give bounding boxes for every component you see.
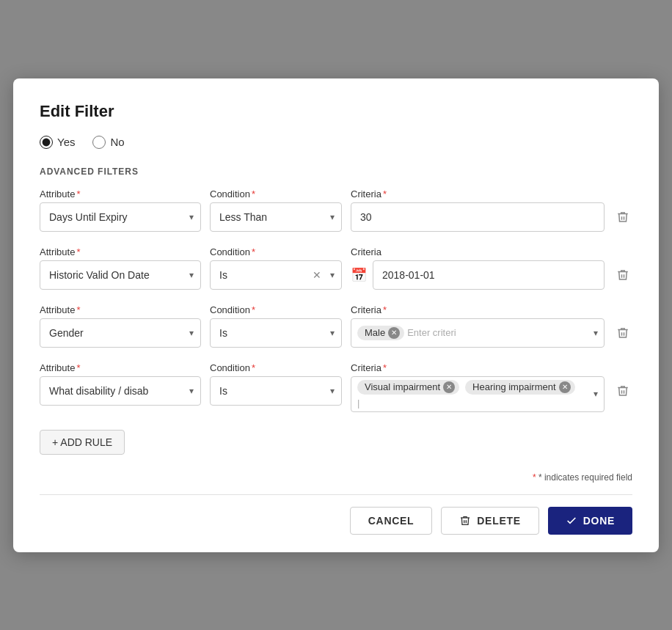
- condition-group-1: Condition* Less Than ▾: [210, 188, 342, 232]
- criteria-tags-3[interactable]: Male ✕ Enter criteri ▾: [351, 318, 605, 348]
- attribute-select-1[interactable]: Days Until Expiry: [40, 202, 201, 232]
- criteria-date-input-2[interactable]: [373, 260, 605, 290]
- no-label: No: [110, 136, 124, 148]
- condition-select-2[interactable]: Is: [210, 260, 342, 290]
- criteria-dropdown-arrow-4[interactable]: ▾: [594, 389, 598, 399]
- criteria-input-1[interactable]: [351, 202, 605, 232]
- tag-close-visual[interactable]: ✕: [443, 381, 455, 393]
- filter-row-1: Attribute* Days Until Expiry ▾ Condition…: [40, 188, 632, 232]
- required-note: * * indicates required field: [40, 472, 632, 483]
- footer-area: * * indicates required field CANCEL DELE…: [40, 472, 632, 535]
- edit-filter-dialog: Edit Filter Yes No ADVANCED FILTERS Attr…: [13, 78, 659, 552]
- condition-clear-button-2[interactable]: ✕: [313, 269, 321, 281]
- delete-button[interactable]: DELETE: [441, 507, 538, 535]
- yes-no-radio-group: Yes No: [40, 136, 632, 149]
- attribute-label-2: Attribute*: [40, 246, 201, 257]
- criteria-label-3: Criteria*: [351, 304, 605, 315]
- criteria-label-4: Criteria*: [351, 362, 605, 373]
- condition-select-1[interactable]: Less Than: [210, 202, 342, 232]
- date-criteria-wrap: 📅: [351, 260, 605, 290]
- attribute-select-wrapper-1: Days Until Expiry ▾: [40, 202, 201, 232]
- attribute-select-3[interactable]: Gender: [40, 318, 201, 348]
- attribute-label-3: Attribute*: [40, 304, 201, 315]
- calendar-icon[interactable]: 📅: [351, 267, 367, 283]
- criteria-group-1: Criteria*: [351, 188, 605, 232]
- delete-row-2-button[interactable]: [613, 263, 632, 287]
- criteria-group-4: Criteria* Visual impairment ✕ Hearing im…: [351, 362, 605, 412]
- condition-select-wrapper-3: Is ▾: [210, 318, 342, 348]
- attribute-select-2[interactable]: Historic Valid On Date: [40, 260, 201, 290]
- criteria-dropdown-arrow-3[interactable]: ▾: [594, 328, 598, 338]
- condition-select-wrapper-4: Is ▾: [210, 376, 342, 406]
- attribute-select-4[interactable]: What disability / disab: [40, 376, 201, 406]
- criteria-cursor-4: |: [357, 398, 359, 409]
- attribute-select-wrapper-3: Gender ▾: [40, 318, 201, 348]
- delete-row-4-button[interactable]: [613, 378, 632, 403]
- done-button[interactable]: DONE: [548, 507, 632, 535]
- attribute-group-3: Attribute* Gender ▾: [40, 304, 201, 348]
- add-rule-button[interactable]: + ADD RULE: [40, 430, 125, 455]
- condition-group-2: Condition* Is ✕ ▾: [210, 246, 342, 290]
- attribute-label-4: Attribute*: [40, 362, 201, 373]
- no-radio[interactable]: [92, 136, 106, 149]
- condition-group-3: Condition* Is ▾: [210, 304, 342, 348]
- attribute-group-1: Attribute* Days Until Expiry ▾: [40, 188, 201, 232]
- criteria-label-1: Criteria*: [351, 188, 605, 199]
- tag-close-hearing[interactable]: ✕: [559, 381, 571, 393]
- condition-group-4: Condition* Is ▾: [210, 362, 342, 406]
- filter-row-2: Attribute* Historic Valid On Date ▾ Cond…: [40, 246, 632, 290]
- tag-hearing-impairment: Hearing impairment ✕: [465, 380, 574, 395]
- delete-row-1-button[interactable]: [613, 205, 632, 230]
- criteria-placeholder-3: Enter criteri: [407, 327, 456, 338]
- condition-label-2: Condition*: [210, 246, 342, 257]
- tag-male: Male ✕: [357, 326, 404, 340]
- delete-row-3-button[interactable]: [613, 321, 632, 345]
- condition-label-3: Condition*: [210, 304, 342, 315]
- condition-select-wrapper-1: Less Than ▾: [210, 202, 342, 232]
- cancel-button[interactable]: CANCEL: [350, 507, 433, 535]
- filter-row-4: Attribute* What disability / disab ▾ Con…: [40, 362, 632, 412]
- yes-label: Yes: [57, 136, 75, 148]
- attribute-label-1: Attribute*: [40, 188, 201, 199]
- checkmark-icon: [566, 515, 577, 527]
- no-radio-label[interactable]: No: [92, 136, 124, 149]
- condition-select-wrapper-2: Is ✕ ▾: [210, 260, 342, 290]
- criteria-group-3: Criteria* Male ✕ Enter criteri ▾: [351, 304, 605, 348]
- yes-radio-label[interactable]: Yes: [40, 136, 75, 149]
- condition-select-4[interactable]: Is: [210, 376, 342, 406]
- criteria-group-2: Criteria 📅: [351, 246, 605, 290]
- condition-label-1: Condition*: [210, 188, 342, 199]
- condition-label-4: Condition*: [210, 362, 342, 373]
- tag-close-male[interactable]: ✕: [388, 327, 400, 339]
- footer-buttons: CANCEL DELETE DONE: [40, 494, 632, 535]
- yes-radio[interactable]: [40, 136, 53, 149]
- dialog-title: Edit Filter: [40, 102, 632, 121]
- attribute-group-2: Attribute* Historic Valid On Date ▾: [40, 246, 201, 290]
- delete-icon: [459, 515, 471, 527]
- advanced-filters-title: ADVANCED FILTERS: [40, 166, 632, 177]
- tag-visual-impairment: Visual impairment ✕: [357, 380, 459, 395]
- condition-select-3[interactable]: Is: [210, 318, 342, 348]
- criteria-multi-tags-4[interactable]: Visual impairment ✕ Hearing impairment ✕…: [351, 376, 605, 412]
- criteria-label-2: Criteria: [351, 246, 605, 257]
- attribute-select-wrapper-4: What disability / disab ▾: [40, 376, 201, 406]
- attribute-group-4: Attribute* What disability / disab ▾: [40, 362, 201, 406]
- attribute-select-wrapper-2: Historic Valid On Date ▾: [40, 260, 201, 290]
- filter-row-3: Attribute* Gender ▾ Condition* Is ▾: [40, 304, 632, 348]
